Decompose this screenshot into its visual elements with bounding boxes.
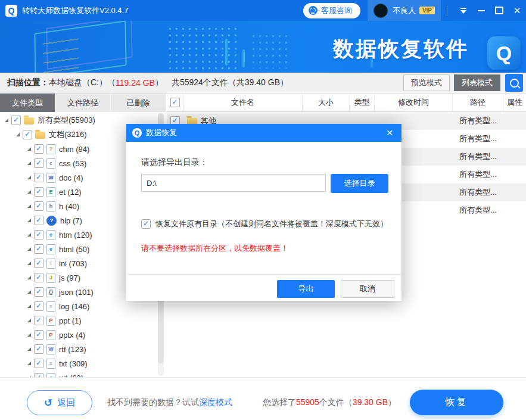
checkbox[interactable]: ✓: [34, 216, 43, 225]
bar-decoration: [242, 49, 245, 67]
product-slogan: 数据恢复软件: [333, 35, 469, 63]
column-header-size[interactable]: 大小: [303, 94, 350, 111]
checkbox[interactable]: ✓: [34, 187, 43, 197]
checkbox[interactable]: ✓: [34, 144, 43, 154]
checkbox[interactable]: ✓: [34, 273, 43, 282]
expand-arrow-icon[interactable]: [27, 247, 31, 251]
checkbox[interactable]: ✓: [34, 244, 43, 254]
log-file-icon: ≡: [46, 301, 55, 312]
checkbox[interactable]: ✓: [34, 201, 43, 211]
tab-file-type[interactable]: 文件类型: [0, 94, 55, 112]
expand-arrow-icon[interactable]: [27, 204, 31, 208]
expand-arrow-icon[interactable]: [27, 276, 31, 279]
collapse-icon: [460, 8, 466, 9]
checkbox[interactable]: ✓: [34, 158, 43, 168]
cancel-button[interactable]: 取消: [341, 280, 394, 298]
checkbox[interactable]: ✓: [11, 116, 21, 125]
expand-arrow-icon[interactable]: [27, 219, 31, 222]
maximize-button[interactable]: [490, 0, 508, 21]
expand-arrow-icon[interactable]: [27, 333, 31, 337]
folder-icon: [35, 132, 45, 139]
customer-service-button[interactable]: 客服咨询: [303, 3, 360, 18]
expand-arrow-icon[interactable]: [27, 290, 31, 294]
deep-mode-link[interactable]: 深度模式: [199, 397, 232, 407]
column-header-filename[interactable]: 文件名: [183, 94, 303, 111]
column-header-attr[interactable]: 属性: [503, 94, 526, 111]
stats-prefix: 您选择了: [263, 397, 296, 407]
expand-arrow-icon[interactable]: [27, 190, 31, 194]
stats-suffix: ）: [388, 397, 396, 407]
expand-arrow-icon[interactable]: [27, 262, 31, 265]
expand-arrow-icon[interactable]: [27, 161, 31, 165]
checkbox[interactable]: ✓: [34, 287, 43, 297]
tree-item-ppt[interactable]: ✓Pppt (1): [0, 313, 157, 328]
doc-file-icon: W: [46, 173, 55, 183]
dialog-header[interactable]: Q 数据恢复 ✕: [126, 124, 401, 142]
expand-arrow-icon[interactable]: [27, 347, 31, 351]
expand-arrow-icon[interactable]: [27, 233, 31, 237]
url-file-icon: e: [46, 373, 55, 378]
tree-item-txt[interactable]: ✓≡txt (309): [0, 356, 157, 371]
close-button[interactable]: ✕: [508, 0, 526, 21]
tree-item-pptx[interactable]: ✓Ppptx (4): [0, 328, 157, 342]
expand-arrow-icon[interactable]: [27, 319, 31, 322]
tree-item-label: et (12): [59, 188, 82, 197]
column-header-type[interactable]: 类型: [350, 94, 375, 111]
user-account-area[interactable]: 不良人 VIP: [368, 0, 441, 21]
checkbox[interactable]: ✓: [34, 373, 43, 377]
expand-arrow-icon[interactable]: [27, 176, 31, 179]
tree-item-log[interactable]: ✓≡log (146): [0, 299, 157, 313]
preview-mode-button[interactable]: 预览模式: [403, 74, 450, 91]
checkbox[interactable]: ✓: [34, 330, 43, 340]
tab-file-path[interactable]: 文件路径: [55, 94, 111, 112]
checkbox[interactable]: ✓: [34, 316, 43, 325]
expand-arrow-icon[interactable]: [27, 362, 31, 365]
export-button[interactable]: 导出: [277, 280, 335, 298]
choose-dir-button[interactable]: 选择目录: [331, 174, 388, 193]
minimize-button[interactable]: [472, 0, 490, 21]
checkbox[interactable]: ✓: [34, 359, 43, 368]
dialog-divider: [126, 274, 401, 275]
stats-size: 39.30 GB: [353, 397, 388, 407]
keep-dir-checkbox[interactable]: ✓: [141, 219, 151, 229]
scan-total-text: 共55924个文件（共39.40 GB）: [172, 77, 288, 88]
scan-location-label: 扫描位置：: [7, 77, 49, 88]
checkbox[interactable]: ✓: [34, 259, 43, 268]
expand-arrow-icon[interactable]: [27, 304, 31, 308]
list-mode-button[interactable]: 列表模式: [454, 74, 500, 91]
search-button[interactable]: [505, 74, 523, 92]
checkbox[interactable]: ✓: [34, 344, 43, 354]
tab-deleted[interactable]: 已删除: [111, 94, 166, 112]
back-button-label: 返回: [57, 397, 75, 409]
json-file-icon: {}: [46, 287, 55, 297]
expand-arrow-icon[interactable]: [16, 133, 20, 136]
banner: 数据恢复软件 Q: [0, 21, 526, 73]
tree-item-label: chm (84): [59, 145, 89, 154]
checkbox[interactable]: ✓: [34, 173, 43, 182]
recover-button[interactable]: 恢复: [410, 390, 503, 415]
tree-item-url[interactable]: ✓eurl (63): [0, 371, 157, 377]
deep-mode-hint: 找不到需要的数据？试试深度模式: [107, 397, 232, 408]
back-button[interactable]: ↺ 返回: [27, 390, 92, 415]
dots-decoration: [250, 33, 292, 69]
minimize-icon: [478, 10, 485, 11]
column-header-path[interactable]: 路径: [453, 94, 503, 111]
select-all-checkbox[interactable]: ✓: [170, 98, 180, 107]
expand-arrow-icon[interactable]: [27, 147, 31, 151]
partition-warning: 请不要选择数据所在分区，以免数据覆盖！: [141, 243, 288, 254]
export-dir-input[interactable]: [141, 174, 326, 192]
dialog-close-icon[interactable]: ✕: [384, 127, 396, 139]
username: 不良人: [393, 5, 416, 16]
dots-decoration: [167, 26, 238, 70]
tree-item-rtf[interactable]: ✓Wrtf (123): [0, 342, 157, 356]
expand-arrow-icon[interactable]: [5, 119, 8, 122]
checkbox[interactable]: ✓: [23, 130, 32, 139]
checkbox[interactable]: ✓: [34, 301, 43, 311]
export-dialog: Q 数据恢复 ✕ 请选择导出目录： 选择目录 ✓ 恢复文件原有目录（不创建则同名…: [126, 124, 401, 301]
footer-bar: ↺ 返回 找不到需要的数据？试试深度模式 您选择了55905个文件（39.30 …: [0, 377, 526, 420]
checkbox[interactable]: ✓: [34, 230, 43, 239]
h-file-icon: h: [46, 201, 55, 211]
tree-item-label: doc (4): [59, 173, 83, 182]
column-header-mtime[interactable]: 修改时间: [375, 94, 453, 111]
collapse-menu-button[interactable]: [455, 0, 472, 21]
